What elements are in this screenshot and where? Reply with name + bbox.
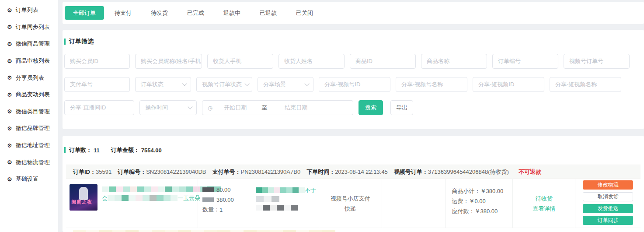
order-header-field-label: 下单时间： <box>306 169 335 175</box>
filter-row1-input-3[interactable]: 收货人手机 <box>207 54 273 69</box>
sidebar-item-6[interactable]: ⚙商品变动列表 <box>0 86 58 103</box>
tab-3[interactable]: 待发货 <box>141 9 178 17</box>
date-range-picker[interactable]: ◷开始日期至结束日期 <box>202 100 353 115</box>
filter-row2-select-4[interactable]: 分享场景 <box>258 77 313 92</box>
tab-2[interactable]: 待支付 <box>105 9 141 17</box>
sidebar-item-2[interactable]: ⚙订单同步列表 <box>0 19 58 36</box>
sidebar-item-4[interactable]: ⚙商品审核列表 <box>0 53 58 70</box>
sidebar-item-7[interactable]: ⚙微信类目管理 <box>0 103 58 120</box>
filter-row2-select-2[interactable]: 订单状态 <box>135 77 191 92</box>
order-header-field-label: 订单ID： <box>73 169 96 175</box>
filter-row2-input-8[interactable]: 分享-短视频名称 <box>550 77 621 92</box>
payment-method: 视频号小店支付 <box>331 193 370 204</box>
select-placeholder: 操作时间 <box>145 104 168 112</box>
filter-row-2: 支付单号订单状态视频号订单状态分享场景分享-视频号ID分享-视频号名称分享-短视… <box>64 77 644 92</box>
filter-row3-input-1[interactable]: 分享-直播间ID <box>64 100 134 115</box>
gear-icon: ⚙ <box>7 92 12 98</box>
orders-summary: 订单数： 11 订单金额： 7554.00 <box>63 146 644 154</box>
filter-row2-input-6[interactable]: 分享-视频号名称 <box>396 77 467 92</box>
export-button[interactable]: 导出 <box>390 100 413 115</box>
censor-block <box>137 186 144 192</box>
filter-row1-input-5[interactable]: 商品ID <box>350 54 416 69</box>
filter-row1-input-4[interactable]: 收货人姓名 <box>278 54 345 69</box>
sidebar-item-8[interactable]: ⚙微信品牌管理 <box>0 120 58 137</box>
censor-block <box>296 230 309 232</box>
price-line-masked: 80.00 <box>202 186 252 193</box>
order-header-field-value: 3713639964544206848(待收货) <box>428 169 509 175</box>
delivery-method: 快递 <box>345 204 356 214</box>
status-column: 待收货 查看详情 <box>512 179 575 228</box>
date-end-placeholder: 结束日期 <box>285 104 307 112</box>
orders-panel: 订单数： 11 订单金额： 7554.00 订单ID：35591订单编号：SN2… <box>63 136 644 232</box>
censor-block <box>309 230 322 232</box>
filter-row1-input-6[interactable]: 商品名称 <box>421 54 487 69</box>
censor-block <box>179 186 186 192</box>
tab-6[interactable]: 已退款 <box>250 9 286 17</box>
censor-block <box>165 230 178 232</box>
filter-row2-input-7[interactable]: 分享-短视频ID <box>473 77 544 92</box>
total-line-3: 应付款：￥380.00 <box>452 206 512 216</box>
filter-row2-input-5[interactable]: 分享-视频号ID <box>319 77 390 92</box>
unit-price-value: 380.00 <box>216 197 234 203</box>
action-button-2[interactable]: 取消发货 <box>583 192 633 201</box>
action-button-3[interactable]: 发货推送 <box>583 204 633 213</box>
sidebar-item-1[interactable]: ⚙订单列表 <box>0 2 58 19</box>
poster-figure <box>79 187 88 200</box>
filter-row1-input-7[interactable]: 订单编号 <box>492 54 558 69</box>
buyer-phone-censored <box>256 196 319 202</box>
sidebar-item-3[interactable]: ⚙微信商品管理 <box>0 35 58 53</box>
order-header-field-2: 订单编号：SN23081422139040DB <box>118 168 206 176</box>
gear-icon: ⚙ <box>7 58 12 64</box>
next-order-censored-strip <box>70 229 637 232</box>
gear-icon: ⚙ <box>7 24 12 30</box>
order-header-field-value: PN230814221390A7B0 <box>241 169 301 175</box>
censor-block <box>178 230 191 232</box>
poster-title: 闺蜜之夜 <box>71 199 92 205</box>
search-button[interactable]: 搜索 <box>359 100 383 115</box>
censor-block <box>256 205 263 211</box>
tab-4[interactable]: 已完成 <box>178 9 214 17</box>
view-detail-link[interactable]: 查看详情 <box>533 204 555 214</box>
sidebar-item-9[interactable]: ⚙微信地址管理 <box>0 137 58 154</box>
filter-row1-input-2[interactable]: 购买会员昵称/姓名/手机 <box>135 54 202 69</box>
total-label: 运费： <box>452 198 469 204</box>
action-button-4[interactable]: 订单同步 <box>583 216 633 225</box>
censor-block <box>165 186 172 192</box>
censor-block <box>277 205 284 211</box>
tab-1[interactable]: 全部订单 <box>65 6 104 20</box>
total-line-2: 运费：￥0.00 <box>452 196 512 206</box>
sidebar-item-10[interactable]: ⚙微信物流管理 <box>0 154 58 171</box>
censored-visible-text: 一玉云朵 <box>178 194 200 202</box>
tab-7[interactable]: 已关闭 <box>286 9 323 17</box>
order-header-field-value: 2023-08-14 22:13:45 <box>335 169 388 175</box>
section-accent-bar <box>64 147 66 153</box>
section-accent-bar <box>64 39 66 45</box>
unit-price-line: 380.00 <box>202 196 252 203</box>
censor-block <box>244 230 257 232</box>
censor-block <box>109 186 116 192</box>
sidebar-item-5[interactable]: ⚙分享员列表 <box>0 69 58 86</box>
action-button-1[interactable]: 修改物流 <box>583 180 633 190</box>
sidebar-item-label: 微信类目管理 <box>16 108 50 116</box>
censor-block <box>257 230 270 232</box>
chevron-down-icon <box>244 81 249 86</box>
censor-block <box>130 186 137 192</box>
chevron-down-icon <box>188 104 192 109</box>
censor-block <box>112 230 125 232</box>
filter-row1-input-8[interactable]: 视频号订单号 <box>564 54 630 69</box>
sidebar-item-11[interactable]: ⚙基础设置 <box>0 171 58 188</box>
sidebar-item-label: 微信地址管理 <box>16 141 50 149</box>
empty-column <box>382 179 446 228</box>
order-header-field-value: 35591 <box>96 169 111 175</box>
filter-row3-select-2[interactable]: 操作时间 <box>139 100 197 115</box>
sidebar: ⚙订单列表⚙订单同步列表⚙微信商品管理⚙商品审核列表⚙分享员列表⚙商品变动列表⚙… <box>0 0 58 232</box>
buyer-nickname-censored: 不于 <box>256 187 319 193</box>
product-image: 闺蜜之夜 <box>70 184 97 211</box>
censor-block <box>272 196 279 202</box>
sidebar-item-label: 商品审核列表 <box>16 57 50 65</box>
filter-row1-input-1[interactable]: 购买会员ID <box>64 54 130 69</box>
filter-row2-input-1[interactable]: 支付单号 <box>64 77 130 92</box>
tab-5[interactable]: 退款中 <box>214 9 250 17</box>
order-header-field-label: 订单编号： <box>118 169 146 175</box>
filter-row2-select-3[interactable]: 视频号订单状态 <box>196 77 252 92</box>
